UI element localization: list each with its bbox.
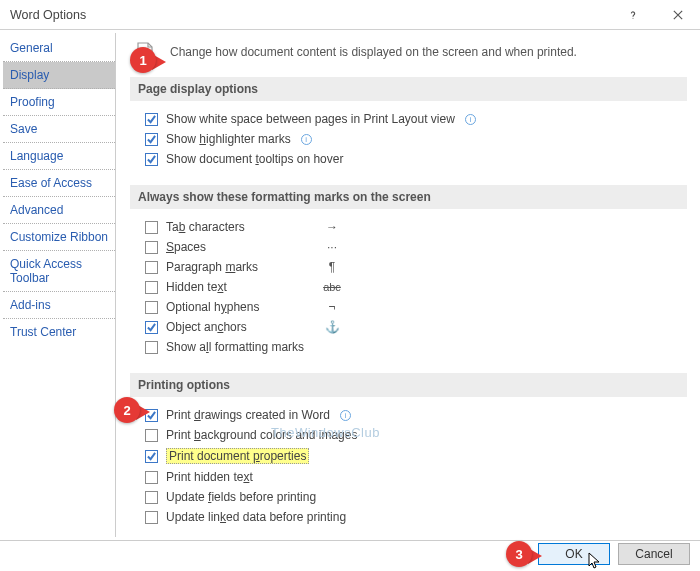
sidebar-item-general[interactable]: General xyxy=(3,35,115,62)
opt-tab-chars[interactable]: Tab characters → xyxy=(145,217,687,237)
page-display-options: Show white space between pages in Print … xyxy=(130,109,687,169)
checkbox-print-hidden[interactable] xyxy=(145,471,158,484)
group-printing-options: Printing options xyxy=(130,373,687,397)
checkbox-update-linked[interactable] xyxy=(145,511,158,524)
checkbox-anchors[interactable] xyxy=(145,321,158,334)
info-icon[interactable]: i xyxy=(340,410,351,421)
label-update-linked: Update linked data before printing xyxy=(166,510,346,524)
opt-tooltips[interactable]: Show document tooltips on hover xyxy=(145,149,687,169)
sidebar-item-language[interactable]: Language xyxy=(3,143,115,170)
label-hyphens: Optional hyphens xyxy=(166,300,296,314)
dialog-footer: OK Cancel xyxy=(0,540,700,566)
sidebar-item-add-ins[interactable]: Add-ins xyxy=(3,292,115,319)
checkbox-print-doc-properties[interactable] xyxy=(145,450,158,463)
checkbox-white-space[interactable] xyxy=(145,113,158,126)
label-spaces: Spaces xyxy=(166,240,296,254)
checkbox-hyphens[interactable] xyxy=(145,301,158,314)
mark-tab-icon: → xyxy=(322,220,342,234)
label-print-drawings: Print drawings created in Word xyxy=(166,408,330,422)
main-panel: Change how document content is displayed… xyxy=(116,33,697,537)
cancel-button[interactable]: Cancel xyxy=(618,543,690,565)
group-page-display: Page display options xyxy=(130,77,687,101)
opt-print-doc-properties[interactable]: Print document properties xyxy=(145,445,687,467)
opt-print-drawings[interactable]: Print drawings created in Word i xyxy=(145,405,687,425)
panel-header-text: Change how document content is displayed… xyxy=(170,45,577,59)
label-all-formatting: Show all formatting marks xyxy=(166,340,304,354)
label-anchors: Object anchors xyxy=(166,320,296,334)
sidebar-item-customize-ribbon[interactable]: Customize Ribbon xyxy=(3,224,115,251)
sidebar-item-quick-access-toolbar[interactable]: Quick Access Toolbar xyxy=(3,251,115,292)
checkbox-print-background[interactable] xyxy=(145,429,158,442)
label-hidden-text: Hidden text xyxy=(166,280,296,294)
checkbox-all-formatting[interactable] xyxy=(145,341,158,354)
sidebar-item-trust-center[interactable]: Trust Center xyxy=(3,319,115,346)
checkbox-print-drawings[interactable] xyxy=(145,409,158,422)
opt-spaces[interactable]: Spaces ··· xyxy=(145,237,687,257)
opt-update-fields[interactable]: Update fields before printing xyxy=(145,487,687,507)
label-tab: Tab characters xyxy=(166,220,296,234)
sidebar-item-advanced[interactable]: Advanced xyxy=(3,197,115,224)
checkbox-update-fields[interactable] xyxy=(145,491,158,504)
dialog-body: General Display Proofing Save Language E… xyxy=(0,30,700,540)
label-print-background: Print background colors and images xyxy=(166,428,357,442)
close-button[interactable] xyxy=(655,0,700,30)
label-paragraph: Paragraph marks xyxy=(166,260,296,274)
display-page-icon xyxy=(132,41,158,63)
svg-point-0 xyxy=(632,17,633,18)
mark-dots-icon: ··· xyxy=(322,240,342,254)
checkbox-tooltips[interactable] xyxy=(145,153,158,166)
ok-button[interactable]: OK xyxy=(538,543,610,565)
opt-optional-hyphens[interactable]: Optional hyphens ¬ xyxy=(145,297,687,317)
label-white-space: Show white space between pages in Print … xyxy=(166,112,455,126)
window-title: Word Options xyxy=(10,8,610,22)
opt-print-background[interactable]: Print background colors and images xyxy=(145,425,687,445)
opt-paragraph[interactable]: Paragraph marks ¶ xyxy=(145,257,687,277)
checkbox-spaces[interactable] xyxy=(145,241,158,254)
opt-hidden-text[interactable]: Hidden text abc xyxy=(145,277,687,297)
mark-abc-icon: abc xyxy=(322,281,342,293)
titlebar: Word Options xyxy=(0,0,700,30)
checkbox-hidden-text[interactable] xyxy=(145,281,158,294)
label-print-hidden: Print hidden text xyxy=(166,470,253,484)
help-button[interactable] xyxy=(610,0,655,30)
info-icon[interactable]: i xyxy=(301,134,312,145)
opt-white-space[interactable]: Show white space between pages in Print … xyxy=(145,109,687,129)
checkbox-paragraph[interactable] xyxy=(145,261,158,274)
opt-print-hidden[interactable]: Print hidden text xyxy=(145,467,687,487)
label-update-fields: Update fields before printing xyxy=(166,490,316,504)
sidebar-item-proofing[interactable]: Proofing xyxy=(3,89,115,116)
label-print-doc-properties: Print document properties xyxy=(166,448,309,464)
sidebar-item-ease-of-access[interactable]: Ease of Access xyxy=(3,170,115,197)
sidebar-item-display[interactable]: Display xyxy=(3,62,115,89)
group-formatting-marks: Always show these formatting marks on th… xyxy=(130,185,687,209)
mark-anchor-icon: ⚓ xyxy=(322,320,342,334)
opt-update-linked[interactable]: Update linked data before printing xyxy=(145,507,687,527)
opt-object-anchors[interactable]: Object anchors ⚓ xyxy=(145,317,687,337)
checkbox-tab[interactable] xyxy=(145,221,158,234)
label-tooltips: Show document tooltips on hover xyxy=(166,152,343,166)
formatting-marks-options: Tab characters → Spaces ··· Paragraph ma… xyxy=(130,217,687,357)
info-icon[interactable]: i xyxy=(465,114,476,125)
printing-options: Print drawings created in Word i Print b… xyxy=(130,405,687,527)
mark-pilcrow-icon: ¶ xyxy=(322,260,342,274)
opt-all-formatting[interactable]: Show all formatting marks xyxy=(145,337,687,357)
sidebar: General Display Proofing Save Language E… xyxy=(3,33,116,537)
mark-hyphen-icon: ¬ xyxy=(322,300,342,314)
label-highlighter: Show highlighter marks xyxy=(166,132,291,146)
opt-highlighter[interactable]: Show highlighter marks i xyxy=(145,129,687,149)
panel-header: Change how document content is displayed… xyxy=(130,41,687,63)
checkbox-highlighter[interactable] xyxy=(145,133,158,146)
sidebar-item-save[interactable]: Save xyxy=(3,116,115,143)
